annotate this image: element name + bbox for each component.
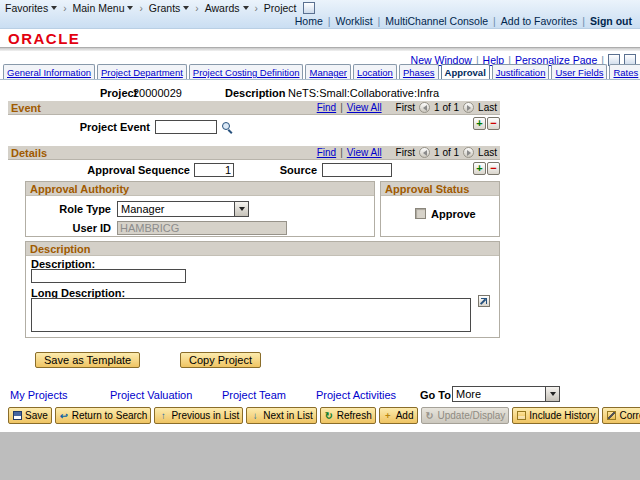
approval-sequence-label: Approval Sequence (58, 164, 190, 176)
breadcrumb-separator: › (63, 3, 66, 14)
event-delete-row-button[interactable]: − (487, 117, 500, 130)
breadcrumb-separator: › (255, 3, 258, 14)
chevron-down-icon (243, 6, 249, 10)
approval-sequence-input[interactable] (194, 163, 234, 177)
role-type-select[interactable]: Manager (117, 201, 249, 217)
chevron-down-icon (550, 392, 556, 396)
refresh-button[interactable]: ↻Refresh (320, 407, 376, 424)
breadcrumb-item-grants[interactable]: Grants (149, 2, 190, 14)
tab-approval[interactable]: Approval (441, 64, 490, 80)
user-id-input (117, 221, 287, 235)
previous-in-list-button[interactable]: ↑Previous in List (154, 407, 243, 424)
tab-manager[interactable]: Manager (305, 64, 351, 80)
notify-icon[interactable] (303, 2, 315, 14)
tab-rates[interactable]: Rates (609, 64, 640, 80)
nav-link-multichannel-console[interactable]: MultiChannel Console (385, 15, 488, 27)
nav-link-sign-out[interactable]: Sign out (590, 15, 632, 27)
project-activities-link[interactable]: Project Activities (316, 389, 396, 401)
approve-checkbox[interactable] (415, 208, 426, 219)
tabs-underline (0, 79, 640, 80)
event-add-row-button[interactable]: + (473, 117, 486, 130)
tab-project-costing-definition[interactable]: Project Costing Definition (189, 64, 304, 80)
project-event-lookup-icon[interactable] (221, 121, 233, 133)
tab-phases[interactable]: Phases (399, 64, 439, 80)
description-key-label: Description (225, 87, 286, 99)
breadcrumb-item-favorites[interactable]: Favorites (5, 2, 57, 14)
tab-justification[interactable]: Justification (492, 64, 550, 80)
refresh-icon: ↻ (324, 411, 334, 421)
save-as-template-button[interactable]: Save as Template (35, 352, 140, 368)
details-add-row-button[interactable]: + (473, 162, 486, 175)
details-row-position: 1 of 1 (434, 147, 459, 158)
chevron-down-icon (239, 207, 245, 211)
breadcrumb-item-main-menu[interactable]: Main Menu (73, 2, 134, 14)
event-view-all-link[interactable]: View All (347, 102, 382, 113)
event-first-label: First (396, 102, 415, 113)
nav-link-add-to-favorites[interactable]: Add to Favorites (501, 15, 577, 27)
down-arrow-icon: ↓ (250, 411, 260, 421)
user-id-label: User ID (31, 222, 111, 234)
include-history-icon (517, 411, 526, 420)
page-tabs: General Information Project Department P… (3, 64, 640, 80)
copy-project-button[interactable]: Copy Project (180, 352, 261, 368)
details-first-label: First (396, 147, 415, 158)
chevron-down-icon (127, 6, 133, 10)
breadcrumb-item-awards[interactable]: Awards (205, 2, 249, 14)
action-toolbar: Save ↩Return to Search ↑Previous in List… (8, 407, 640, 424)
chevron-down-icon (51, 6, 57, 10)
nav-link-home[interactable]: Home (295, 15, 323, 27)
event-last-label: Last (478, 102, 497, 113)
details-previous-row-button[interactable] (419, 147, 430, 158)
left-arrow-icon (423, 150, 427, 156)
details-find-link[interactable]: Find (317, 147, 336, 158)
project-event-input[interactable] (155, 120, 217, 134)
right-arrow-icon (467, 105, 471, 111)
save-button[interactable]: Save (8, 407, 52, 424)
add-button[interactable]: +Add (379, 407, 418, 424)
tab-project-department[interactable]: Project Department (97, 64, 187, 80)
peoplesoft-window: Favorites › Main Menu › Grants › Awards … (0, 0, 640, 480)
my-projects-link[interactable]: My Projects (10, 389, 67, 401)
details-last-label: Last (478, 147, 497, 158)
long-description-textarea[interactable] (31, 298, 471, 332)
project-value: 20000029 (133, 87, 182, 99)
breadcrumb-separator: › (195, 3, 198, 14)
goto-select[interactable]: More (452, 386, 560, 402)
event-previous-row-button[interactable] (419, 102, 430, 113)
source-input[interactable] (322, 163, 392, 177)
details-view-all-link[interactable]: View All (347, 147, 382, 158)
nav-link-worklist[interactable]: Worklist (335, 15, 372, 27)
plus-icon: + (383, 411, 393, 421)
expand-icon[interactable] (478, 295, 490, 307)
update-display-button: ↻Update/Display (421, 407, 510, 424)
next-in-list-button[interactable]: ↓Next in List (246, 407, 316, 424)
correct-history-button[interactable]: Correct History (602, 407, 640, 424)
return-arrow-icon: ↩ (59, 411, 69, 421)
details-delete-row-button[interactable]: − (487, 162, 500, 175)
event-section-header: Event Find | View All First 1 of 1 Last (8, 101, 500, 115)
project-team-link[interactable]: Project Team (222, 389, 286, 401)
description-input[interactable] (31, 269, 186, 283)
tab-location[interactable]: Location (353, 64, 397, 80)
utility-links: Home | Worklist | MultiChannel Console |… (295, 15, 632, 27)
event-next-row-button[interactable] (463, 102, 474, 113)
return-to-search-button[interactable]: ↩Return to Search (55, 407, 152, 424)
description-key-value: NeTS:Small:Collaborative:Infra (288, 87, 439, 99)
correct-history-icon (607, 411, 616, 420)
event-find-link[interactable]: Find (317, 102, 336, 113)
right-arrow-icon (467, 150, 471, 156)
project-event-label: Project Event (55, 121, 150, 133)
tab-general-information[interactable]: General Information (3, 64, 95, 80)
header-divider (0, 47, 640, 51)
source-label: Source (252, 164, 317, 176)
dropdown-button (545, 387, 559, 401)
details-next-row-button[interactable] (463, 147, 474, 158)
include-history-button[interactable]: Include History (512, 407, 599, 424)
breadcrumb-item-project[interactable]: Project (264, 2, 297, 14)
tab-user-fields[interactable]: User Fields (551, 64, 607, 80)
details-section-title: Details (11, 147, 47, 159)
details-section-header: Details Find | View All First 1 of 1 Las… (8, 146, 500, 160)
project-valuation-link[interactable]: Project Valuation (110, 389, 192, 401)
details-row-nav: Find | View All First 1 of 1 Last (317, 147, 497, 158)
description-groupbox: Description Description: Long Descriptio… (25, 241, 500, 338)
